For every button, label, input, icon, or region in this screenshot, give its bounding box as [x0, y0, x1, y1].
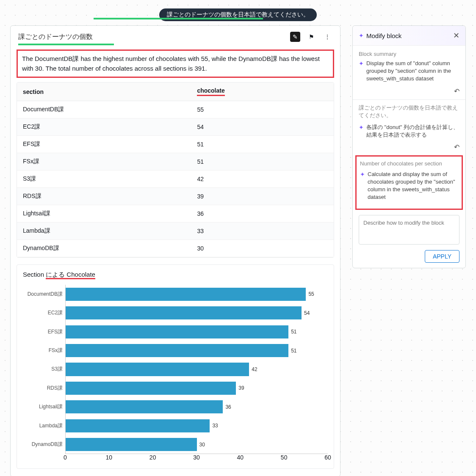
- chart-bar: [66, 363, 249, 376]
- cell-chocolate: 51: [191, 136, 334, 153]
- chart-bar-value: 51: [291, 348, 296, 354]
- table-row: EC2課54: [17, 118, 334, 136]
- table-row: FSx課51: [17, 153, 334, 171]
- chart-bar: [66, 325, 288, 338]
- cell-section: Lightsail課: [17, 205, 191, 223]
- chart-ylabel: DocumentDB課: [23, 285, 63, 303]
- chart-bar-row: 42: [66, 363, 328, 376]
- sparkle-icon: ✦: [360, 171, 365, 201]
- table-row: Lambda課33: [17, 223, 334, 240]
- chart-xtick: 10: [106, 454, 113, 461]
- cell-section: EFS課: [17, 136, 191, 153]
- more-icon[interactable]: ⋮: [322, 32, 332, 42]
- col-section[interactable]: section: [17, 83, 191, 101]
- chart-bar: [66, 438, 197, 451]
- card-title: 課ごとのドーナツの個数: [18, 33, 93, 41]
- chart-bar-value: 54: [304, 310, 310, 316]
- sparkle-icon: ✦: [359, 124, 364, 139]
- modify-block-panel: ✦ Modify block ✕ Block summary ✦ Display…: [352, 25, 466, 268]
- table-row: Lightsail課36: [17, 205, 334, 223]
- flag-icon[interactable]: ⚑: [306, 32, 316, 42]
- chart-xtick: 0: [64, 454, 67, 461]
- data-table: section chocolate DocumentDB課55EC2課54EFS…: [17, 82, 334, 258]
- block-summary-text: Display the sum of "donut" column groupe…: [366, 60, 459, 83]
- cell-chocolate: 33: [191, 223, 334, 240]
- table-row: DynamoDB課30: [17, 240, 334, 257]
- chart-ylabel: EFS課: [23, 322, 63, 341]
- undo-icon[interactable]: ↶: [454, 143, 459, 151]
- prompt-history-1: 課ごとのドーナツの個数を日本語で教えてください。: [359, 104, 459, 119]
- chart-xtick: 50: [281, 454, 288, 461]
- modify-input[interactable]: [359, 215, 459, 245]
- chart-xtick: 60: [324, 454, 331, 461]
- title-underline: [18, 44, 114, 45]
- chart-bar-value: 51: [291, 329, 296, 335]
- cell-section: EC2課: [17, 118, 191, 136]
- chart-bar-value: 55: [308, 291, 314, 297]
- chart-bar-value: 30: [199, 442, 205, 448]
- chart-xtick: 20: [149, 454, 156, 461]
- chart-ylabel: S3課: [23, 360, 63, 379]
- cell-section: DocumentDB課: [17, 101, 191, 118]
- main-card: 課ごとのドーナツの個数 ✎ ⚑ ⋮ The DocumentDB課 has th…: [10, 25, 340, 476]
- cell-chocolate: 55: [191, 101, 334, 118]
- chart-bar: [66, 419, 210, 432]
- chart-bar: [66, 306, 302, 319]
- cell-section: DynamoDB課: [17, 240, 191, 257]
- prompt-history-1-item: 各課の "donut" 列の合計値を計算し、結果を日本語で表示する: [366, 124, 459, 139]
- table-row: RDS課39: [17, 188, 334, 205]
- cell-chocolate: 30: [191, 240, 334, 257]
- side-title: Modify block: [366, 32, 401, 39]
- chart-ylabel: Lightsail課: [23, 398, 63, 416]
- table-row: EFS課51: [17, 136, 334, 153]
- highlighted-prompt-label: Number of chocolates per section: [360, 160, 458, 168]
- chart-bar: [66, 400, 223, 413]
- sparkle-icon: ✦: [359, 32, 364, 39]
- chart-bar-value: 33: [212, 423, 218, 429]
- cell-section: FSx課: [17, 153, 191, 171]
- summary-text: The DocumentDB課 has the highest number o…: [17, 50, 334, 78]
- table-row: S3課42: [17, 171, 334, 188]
- chart-xtick: 40: [237, 454, 244, 461]
- cell-chocolate: 42: [191, 171, 334, 188]
- cell-chocolate: 51: [191, 153, 334, 171]
- close-icon[interactable]: ✕: [453, 31, 459, 40]
- chart-bar-value: 36: [225, 404, 231, 410]
- block-summary-label: Block summary: [359, 51, 459, 57]
- col-chocolate[interactable]: chocolate: [191, 83, 334, 101]
- cell-chocolate: 36: [191, 205, 334, 223]
- chart-ylabel: EC2課: [23, 303, 63, 322]
- highlighted-prompt-item: Calculate and display the sum of chocola…: [368, 171, 458, 201]
- chart-bar: [66, 382, 236, 395]
- undo-icon[interactable]: ↶: [454, 88, 459, 95]
- cell-section: S3課: [17, 171, 191, 188]
- chart-bar-row: 33: [66, 419, 328, 432]
- chart-bar-row: 39: [66, 382, 328, 395]
- chart-xtick: 30: [193, 454, 200, 461]
- cell-chocolate: 54: [191, 118, 334, 136]
- chart-title: Section による Chocolate: [23, 271, 328, 279]
- chart-ylabel: FSx課: [23, 341, 63, 360]
- sparkle-icon: ✦: [359, 60, 364, 83]
- chart-bar: [66, 288, 306, 301]
- chart-ylabel: RDS課: [23, 379, 63, 397]
- chart-bar-row: 36: [66, 400, 328, 413]
- table-row: DocumentDB課55: [17, 101, 334, 118]
- highlighted-prompt: Number of chocolates per section ✦ Calcu…: [355, 155, 463, 210]
- apply-button[interactable]: APPLY: [425, 250, 459, 263]
- chart-bar-row: 30: [66, 438, 328, 451]
- cell-section: RDS課: [17, 188, 191, 205]
- chart-bar: [66, 344, 288, 357]
- chart-ylabel: Lambda課: [23, 416, 63, 435]
- cell-chocolate: 39: [191, 188, 334, 205]
- pill-underline: [94, 18, 263, 19]
- chart-bar-row: 55: [66, 288, 328, 301]
- chart-block: Section による Chocolate DocumentDB課EC2課EFS…: [17, 264, 334, 469]
- chart-bar-value: 39: [238, 385, 244, 391]
- edit-icon[interactable]: ✎: [290, 32, 300, 42]
- chart-bar-value: 42: [252, 366, 257, 372]
- chart-bar-row: 51: [66, 325, 328, 338]
- chart-bar-row: 54: [66, 306, 328, 319]
- cell-section: Lambda課: [17, 223, 191, 240]
- chart-ylabel: DynamoDB課: [23, 435, 63, 454]
